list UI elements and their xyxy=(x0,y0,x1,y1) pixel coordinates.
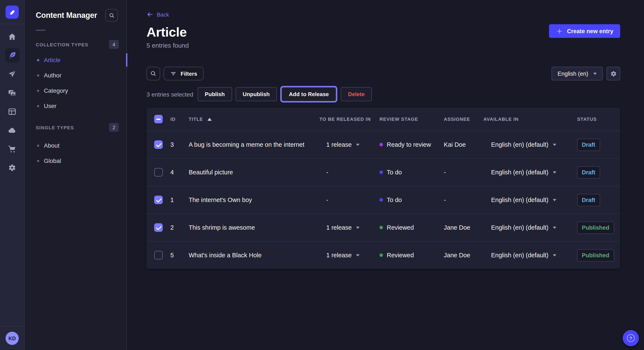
row-assignee: - xyxy=(440,196,480,203)
user-avatar[interactable]: KD xyxy=(6,332,19,345)
table-row[interactable]: 2This shrimp is awesome1 releaseReviewed… xyxy=(146,213,620,241)
row-stage-label: Reviewed xyxy=(387,224,414,231)
marketplace-cart-icon[interactable] xyxy=(5,142,20,156)
delete-button[interactable]: Delete xyxy=(341,87,372,101)
row-checkbox-cell xyxy=(146,223,167,232)
plus-icon xyxy=(556,27,563,35)
row-title: The internet's Own boy xyxy=(186,196,315,203)
row-locale-value: English (en) (default) xyxy=(491,141,548,148)
deployments-cloud-icon[interactable] xyxy=(5,123,20,137)
row-release-value: - xyxy=(326,169,328,176)
status-badge: Draft xyxy=(577,138,600,151)
sidebar-section-label: COLLECTION TYPES xyxy=(36,42,88,47)
column-header-stage[interactable]: REVIEW STAGE xyxy=(376,117,440,122)
row-checkbox[interactable] xyxy=(154,168,163,176)
column-header-id[interactable]: ID xyxy=(167,117,186,122)
row-locale-dropdown[interactable]: English (en) (default) xyxy=(480,169,571,176)
row-id: 4 xyxy=(167,169,186,176)
content-manager-icon[interactable] xyxy=(5,48,20,62)
row-status-cell: Draft xyxy=(571,166,620,178)
row-checkbox[interactable] xyxy=(154,196,163,204)
select-all-checkbox[interactable] xyxy=(154,115,163,123)
row-status-cell: Published xyxy=(571,249,620,261)
entries-table-body: 3A bug is becoming a meme on the interne… xyxy=(146,131,620,269)
sidebar-item-category[interactable]: Category xyxy=(25,83,126,98)
row-checkbox[interactable] xyxy=(154,251,163,259)
row-locale-dropdown[interactable]: English (en) (default) xyxy=(480,141,571,148)
row-status-cell: Draft xyxy=(571,194,620,206)
column-header-available[interactable]: AVAILABLE IN xyxy=(480,117,571,122)
chevron-down-icon xyxy=(553,144,556,146)
filters-label: Filters xyxy=(180,70,197,77)
back-arrow-icon xyxy=(146,11,153,18)
column-header-title[interactable]: TITLE xyxy=(186,117,315,122)
table-row[interactable]: 4Beautiful picture-To do-English (en) (d… xyxy=(146,158,620,186)
sidebar-item-label: Category xyxy=(44,87,68,94)
sidebar-section-label: SINGLE TYPES xyxy=(36,125,74,130)
view-settings-button[interactable] xyxy=(606,67,620,80)
sidebar-item-author[interactable]: Author xyxy=(25,68,126,83)
row-assignee: Kai Doe xyxy=(440,141,480,148)
strapi-logo[interactable] xyxy=(6,5,19,19)
media-library-icon[interactable] xyxy=(5,85,20,100)
question-mark-icon: ? xyxy=(627,334,635,342)
row-locale-dropdown[interactable]: English (en) (default) xyxy=(480,196,571,203)
content-type-builder-icon[interactable] xyxy=(5,104,20,119)
row-checkbox[interactable] xyxy=(154,223,163,232)
column-header-assignee[interactable]: ASSIGNEE xyxy=(440,117,480,122)
publish-button[interactable]: Publish xyxy=(198,87,232,101)
column-header-status[interactable]: STATUS xyxy=(571,117,620,122)
table-search-button[interactable] xyxy=(146,67,160,80)
sidebar-item-global[interactable]: Global xyxy=(25,153,126,169)
row-locale-value: English (en) (default) xyxy=(491,252,548,259)
status-badge: Draft xyxy=(577,166,600,178)
locale-select[interactable]: English (en) xyxy=(552,67,603,80)
row-review-stage: Ready to review xyxy=(376,141,440,148)
chevron-down-icon xyxy=(553,171,556,173)
home-icon[interactable] xyxy=(5,29,20,44)
settings-gear-icon[interactable] xyxy=(5,160,20,175)
row-checkbox-cell xyxy=(146,196,167,204)
row-status-cell: Draft xyxy=(571,138,620,151)
sidebar-item-article[interactable]: Article xyxy=(25,52,126,68)
strapi-logo-icon xyxy=(8,8,16,16)
row-review-stage: To do xyxy=(376,169,440,176)
row-review-stage: Reviewed xyxy=(376,224,440,231)
releases-icon[interactable] xyxy=(5,67,20,81)
row-release-value: 1 release xyxy=(326,252,352,259)
row-locale-dropdown[interactable]: English (en) (default) xyxy=(480,224,571,231)
status-badge: Published xyxy=(577,221,614,234)
row-release-dropdown: - xyxy=(315,169,376,176)
search-icon xyxy=(108,12,115,18)
row-checkbox[interactable] xyxy=(154,140,163,149)
filter-icon xyxy=(170,70,177,77)
chevron-down-icon xyxy=(553,226,556,229)
row-status-cell: Published xyxy=(571,221,620,234)
sidebar-search-button[interactable] xyxy=(105,9,118,22)
sidebar-title: Content Manager xyxy=(36,11,97,20)
stage-dot-icon xyxy=(380,171,383,174)
sidebar-item-about[interactable]: About xyxy=(25,138,126,153)
column-header-release[interactable]: TO BE RELEASED IN xyxy=(315,117,376,122)
sidebar-item-user[interactable]: User xyxy=(25,98,126,114)
add-to-release-button[interactable]: Add to Release xyxy=(282,87,336,101)
row-locale-dropdown[interactable]: English (en) (default) xyxy=(480,252,571,259)
chevron-down-icon xyxy=(593,72,597,75)
chevron-down-icon xyxy=(356,144,359,146)
row-assignee: Jane Doe xyxy=(440,252,480,259)
unpublish-button[interactable]: Unpublish xyxy=(235,87,277,101)
help-button[interactable]: ? xyxy=(623,330,639,346)
filters-button[interactable]: Filters xyxy=(164,67,204,80)
row-release-dropdown[interactable]: 1 release xyxy=(315,141,376,148)
table-row[interactable]: 5What's inside a Black Hole1 releaseRevi… xyxy=(146,241,620,269)
row-release-dropdown[interactable]: 1 release xyxy=(315,252,376,259)
bullet-icon xyxy=(37,59,39,61)
row-stage-label: Ready to review xyxy=(387,141,431,148)
table-row[interactable]: 1The internet's Own boy-To do-English (e… xyxy=(146,186,620,213)
row-release-dropdown[interactable]: 1 release xyxy=(315,224,376,231)
row-release-value: 1 release xyxy=(326,141,352,148)
back-link[interactable]: Back xyxy=(146,11,169,18)
table-row[interactable]: 3A bug is becoming a meme on the interne… xyxy=(146,131,620,158)
create-new-entry-button[interactable]: Create new entry xyxy=(549,24,620,38)
row-checkbox-cell xyxy=(146,140,167,149)
